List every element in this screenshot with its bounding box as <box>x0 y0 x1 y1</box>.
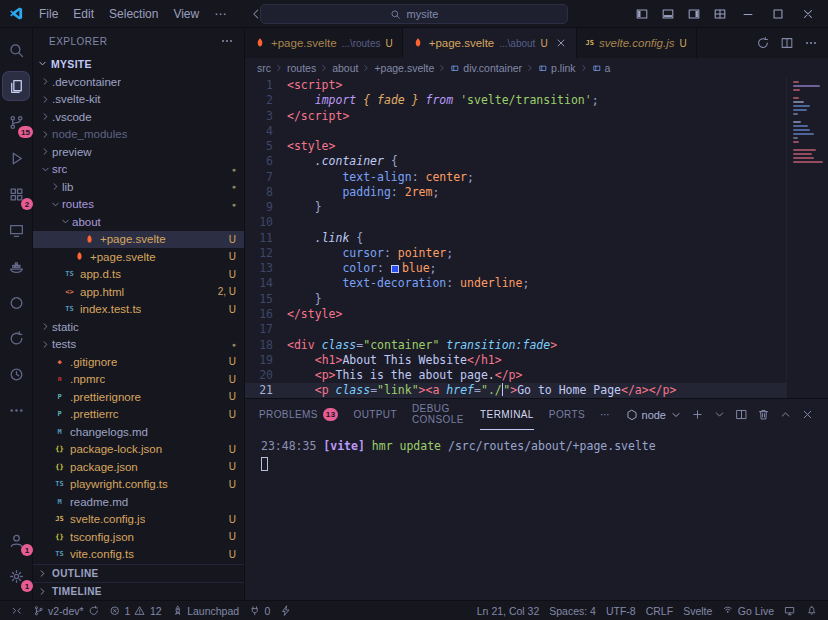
status-language-mode[interactable]: Svelte <box>678 601 717 620</box>
split-terminal-icon[interactable] <box>735 408 748 421</box>
menu-view[interactable]: View <box>166 5 206 23</box>
status-eol[interactable]: CRLF <box>641 601 678 620</box>
activity-settings[interactable]: 1 <box>3 562 29 590</box>
maximize-window-icon[interactable] <box>764 2 792 26</box>
file-readme.md[interactable]: Mreadme.md <box>33 493 244 511</box>
status-preview[interactable] <box>779 601 801 620</box>
file-package-lock.json[interactable]: {}package-lock.jsonU <box>33 441 244 459</box>
workspace-section-header[interactable]: MYSITE <box>33 54 244 73</box>
file-.npmrc[interactable]: n.npmrcU <box>33 371 244 389</box>
menu-selection[interactable]: Selection <box>102 5 165 23</box>
status-remote[interactable] <box>6 601 28 620</box>
menu-[interactable]: ⋯ <box>207 5 233 23</box>
outline-section[interactable]: OUTLINE <box>33 564 244 582</box>
file-package.json[interactable]: {}package.jsonU <box>33 458 244 476</box>
folder-routes[interactable]: routes● <box>33 196 244 214</box>
activity-history[interactable] <box>3 360 29 388</box>
maximize-panel-icon[interactable] <box>779 408 792 421</box>
status-cursor-position[interactable]: Ln 21, Col 32 <box>472 601 544 620</box>
terminal[interactable]: 23:48:35 [vite] hmr update /src/routes/a… <box>245 430 828 600</box>
split-editor-icon[interactable] <box>780 36 794 50</box>
close-tab-icon[interactable] <box>555 37 567 49</box>
code-editor[interactable]: 123456789101112131415161718192021 <scrip… <box>245 77 828 398</box>
file-svelte.config.js[interactable]: JSsvelte.config.jsU <box>33 511 244 529</box>
file-+page.svelte[interactable]: +page.svelteU <box>33 231 244 249</box>
breadcrumb-p.link[interactable]: p.link <box>538 62 576 74</box>
tab-+page.svelte[interactable]: +page.svelte...\aboutU <box>403 28 577 58</box>
new-terminal-icon[interactable] <box>691 408 704 421</box>
terminal-profile-dropdown-icon[interactable] <box>713 408 726 421</box>
file-.prettierignore[interactable]: P.prettierignoreU <box>33 388 244 406</box>
activity-search[interactable] <box>3 36 29 64</box>
file-.gitignore[interactable]: ◆.gitignoreU <box>33 353 244 371</box>
status-problems[interactable]: 112 <box>104 601 167 620</box>
folder-tests[interactable]: tests● <box>33 336 244 354</box>
folder-.devcontainer[interactable]: .devcontainer <box>33 73 244 91</box>
file-vite.config.ts[interactable]: TSvite.config.tsU <box>33 546 244 564</box>
close-window-icon[interactable] <box>794 2 822 26</box>
status-go-live[interactable]: Go Live <box>717 601 779 620</box>
panel-more-icon[interactable]: ⋯ <box>600 399 610 430</box>
folder-static[interactable]: static <box>33 318 244 336</box>
file-app.d.ts[interactable]: TSapp.d.tsU <box>33 266 244 284</box>
breadcrumb-div.container[interactable]: div.container <box>450 62 522 74</box>
tab-+page.svelte[interactable]: +page.svelte...\routesU <box>245 28 403 58</box>
status-ports[interactable]: 0 <box>244 601 275 620</box>
folder-preview[interactable]: preview <box>33 143 244 161</box>
more-actions-icon[interactable] <box>804 36 818 50</box>
breadcrumb-about[interactable]: about <box>332 62 358 74</box>
menu-file[interactable]: File <box>32 5 65 23</box>
toggle-panel-icon[interactable] <box>656 2 680 26</box>
kill-terminal-icon[interactable] <box>757 408 770 421</box>
activity-source-control[interactable]: 15 <box>3 108 29 136</box>
customize-layout-icon[interactable] <box>708 2 732 26</box>
activity-remote-explorer[interactable] <box>3 216 29 244</box>
panel-tab-debug-console[interactable]: DEBUG CONSOLE <box>412 399 465 430</box>
open-changes-icon[interactable] <box>756 36 770 50</box>
activity-github[interactable] <box>3 288 29 316</box>
breadcrumb-routes[interactable]: routes <box>287 62 316 74</box>
folder-.vscode[interactable]: .vscode <box>33 108 244 126</box>
color-swatch[interactable] <box>391 265 399 273</box>
breadcrumb-src[interactable]: src <box>257 62 271 74</box>
folder-.svelte-kit[interactable]: .svelte-kit <box>33 91 244 109</box>
file-index.test.ts[interactable]: TSindex.test.tsU <box>33 301 244 319</box>
status-encoding[interactable]: UTF-8 <box>601 601 641 620</box>
minimize-window-icon[interactable] <box>734 2 762 26</box>
folder-about[interactable]: about <box>33 213 244 231</box>
activity-extensions[interactable]: 2 <box>3 180 29 208</box>
activity-docker[interactable] <box>3 252 29 280</box>
status-launchpad[interactable]: Launchpad <box>167 601 244 620</box>
panel-tab-ports[interactable]: PORTS <box>549 399 585 430</box>
file-app.html[interactable]: <>app.html2, U <box>33 283 244 301</box>
breadcrumb-+page.svelte[interactable]: +page.svelte <box>374 62 434 74</box>
folder-lib[interactable]: lib● <box>33 178 244 196</box>
status-flash[interactable] <box>275 601 297 620</box>
menu-edit[interactable]: Edit <box>66 5 101 23</box>
breadcrumb-a[interactable]: a <box>592 62 611 74</box>
activity-explorer[interactable] <box>3 72 29 100</box>
status-indentation[interactable]: Spaces: 4 <box>544 601 601 620</box>
explorer-more-icon[interactable] <box>220 34 234 48</box>
activity-run-debug[interactable] <box>3 144 29 172</box>
file-.prettierrc[interactable]: P.prettierrcU <box>33 406 244 424</box>
file-+page.svelte[interactable]: +page.svelteU <box>33 248 244 266</box>
minimap[interactable] <box>786 77 828 398</box>
file-playwright.config.ts[interactable]: TSplaywright.config.tsU <box>33 476 244 494</box>
tab-svelte.config.js[interactable]: JSsvelte.config.jsU <box>577 28 697 58</box>
activity-sync[interactable] <box>3 324 29 352</box>
status-notifications[interactable] <box>801 601 823 620</box>
toggle-primary-sidebar-icon[interactable] <box>630 2 654 26</box>
panel-tab-output[interactable]: OUTPUT <box>353 399 397 430</box>
activity-more[interactable] <box>3 396 29 424</box>
command-center-search[interactable]: mysite <box>260 4 568 24</box>
timeline-section[interactable]: TIMELINE <box>33 582 244 600</box>
status-git-branch[interactable]: v2-dev* <box>28 601 105 620</box>
panel-tab-problems[interactable]: PROBLEMS13 <box>259 399 338 430</box>
file-tsconfig.json[interactable]: {}tsconfig.jsonU <box>33 528 244 546</box>
file-changelogs.md[interactable]: Mchangelogs.md <box>33 423 244 441</box>
toggle-secondary-sidebar-icon[interactable] <box>682 2 706 26</box>
close-panel-icon[interactable] <box>801 408 814 421</box>
folder-node_modules[interactable]: node_modules <box>33 126 244 144</box>
folder-src[interactable]: src● <box>33 161 244 179</box>
